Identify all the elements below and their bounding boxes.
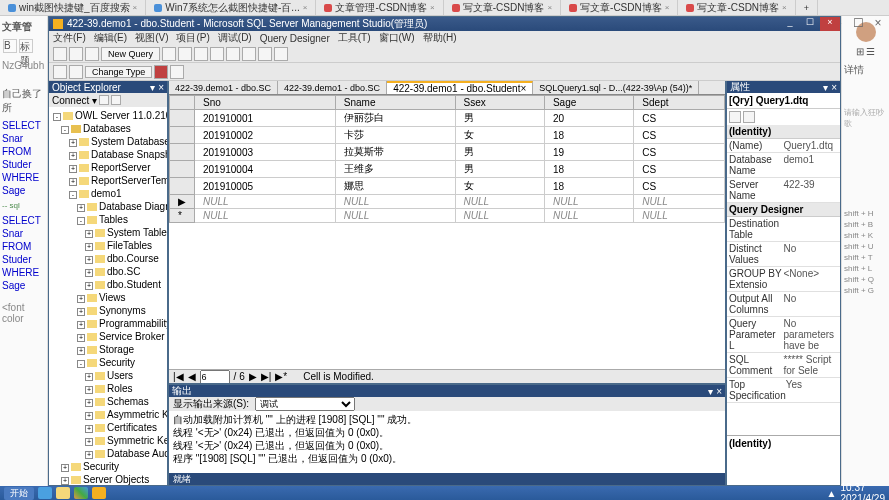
sql-icon[interactable] (53, 65, 67, 79)
prop-row[interactable]: SQL Comment***** Script for Sele (727, 353, 840, 378)
system-tray[interactable]: ▲ 10:372021/4/29 (827, 482, 885, 500)
nav-last-icon[interactable]: ▶| (261, 371, 272, 382)
taskbar-ie-icon[interactable] (38, 487, 52, 499)
grid-cell[interactable]: 201910004 (195, 161, 336, 178)
paste-icon[interactable] (242, 47, 256, 61)
verify-icon[interactable] (170, 65, 184, 79)
maximize-button[interactable]: ☐ (800, 17, 820, 31)
grid-cell[interactable]: NULL (634, 209, 725, 223)
tree-node-demo1[interactable]: -demo1 (51, 187, 165, 200)
tree-node[interactable]: +Storage (51, 343, 165, 356)
close-button[interactable]: × (820, 17, 840, 31)
grid-cell[interactable]: CS (634, 178, 725, 195)
prop-row[interactable]: Server Name422-39 (727, 178, 840, 203)
grid-cell[interactable]: 201910002 (195, 127, 336, 144)
menu-help[interactable]: 帮助(H) (423, 31, 457, 45)
grid-cell[interactable]: CS (634, 110, 725, 127)
close-icon[interactable]: × (782, 3, 787, 12)
tree-node[interactable]: +Database Diagrams (51, 200, 165, 213)
tree-node[interactable]: +ReportServer (51, 161, 165, 174)
prop-row[interactable]: GROUP BY Extensio<None> (727, 267, 840, 292)
browser-tab[interactable]: 文章管理-CSDN博客× (316, 0, 443, 15)
heading-button[interactable]: 标题 (19, 39, 33, 53)
document-tab[interactable]: SQLQuery1.sql - D...(422-39\Ap (54))* (533, 81, 699, 94)
grid-cell[interactable]: 娜思 (335, 178, 455, 195)
grid-cell[interactable]: 18 (544, 127, 633, 144)
tree-node[interactable]: +Service Broker (51, 330, 165, 343)
connect-button[interactable]: Connect ▾ (52, 95, 97, 106)
grid-cell[interactable]: 男 (455, 110, 544, 127)
grid-cell[interactable]: 王维多 (335, 161, 455, 178)
toolbar-icon[interactable] (194, 47, 208, 61)
list-icon[interactable]: ☰ (866, 46, 875, 57)
close-icon[interactable]: × (303, 3, 308, 12)
tree-node[interactable]: +System Tables (51, 226, 165, 239)
bold-button[interactable]: B (3, 39, 17, 53)
grid-cell[interactable]: 伊丽莎白 (335, 110, 455, 127)
document-tab[interactable]: 422-39.demo1 - dbo.SC (169, 81, 278, 94)
document-tab-active[interactable]: 422-39.demo1 - dbo.Student × (387, 81, 533, 94)
prop-category[interactable]: (Identity) (727, 125, 840, 139)
grid-cell[interactable]: NULL (544, 209, 633, 223)
new-project-icon[interactable] (53, 47, 67, 61)
open-icon[interactable] (69, 47, 83, 61)
grid-cell[interactable]: NULL (195, 209, 336, 223)
grid-cell[interactable]: 20 (544, 110, 633, 127)
grid-cell[interactable]: NULL (455, 195, 544, 209)
tree-node[interactable]: +System Databases (51, 135, 165, 148)
column-header[interactable]: Sname (335, 96, 455, 110)
tree-node[interactable]: +Schemas (51, 395, 165, 408)
toolbar-icon[interactable] (162, 47, 176, 61)
prop-row[interactable]: Distinct ValuesNo (727, 242, 840, 267)
tree-node[interactable]: +Certificates (51, 421, 165, 434)
menu-tools[interactable]: 工具(T) (338, 31, 371, 45)
undo-icon[interactable] (258, 47, 272, 61)
tree-table[interactable]: +dbo.Course (51, 252, 165, 265)
refresh-icon[interactable] (99, 95, 109, 105)
new-query-button[interactable]: New Query (101, 47, 160, 61)
taskbar-explorer-icon[interactable] (56, 487, 70, 499)
prop-row[interactable]: Query Parameter LNo parameters have be (727, 317, 840, 353)
close-icon[interactable]: × (871, 16, 885, 30)
save-icon[interactable] (85, 47, 99, 61)
tree-security[interactable]: -Security (51, 356, 165, 369)
grid-cell[interactable]: NULL (455, 209, 544, 223)
tree-node[interactable]: +Users (51, 369, 165, 382)
tree-node[interactable]: +Database Audit Specifi (51, 447, 165, 460)
filter-icon[interactable] (111, 95, 121, 105)
prop-row[interactable]: Top SpecificationYes (727, 378, 840, 403)
menu-querydesigner[interactable]: Query Designer (260, 33, 330, 44)
tree-server[interactable]: -OWL Server 11.0.2100 - 422-39\Ad (51, 109, 165, 122)
copy-icon[interactable] (226, 47, 240, 61)
grid-cell[interactable]: 18 (544, 178, 633, 195)
table-row[interactable]: 201910004王维多男18CS (170, 161, 725, 178)
menu-project[interactable]: 项目(P) (176, 31, 209, 45)
tree-table[interactable]: +dbo.SC (51, 265, 165, 278)
props-object[interactable]: [Qry] Query1.dtq (729, 95, 808, 106)
close-icon[interactable]: ▾ × (823, 82, 837, 93)
menu-window[interactable]: 窗口(W) (379, 31, 415, 45)
column-header[interactable]: Sno (195, 96, 336, 110)
grid-cell[interactable]: 201910001 (195, 110, 336, 127)
maximize-icon[interactable]: ☐ (851, 16, 865, 30)
tree-node[interactable]: +Server Objects (51, 473, 165, 485)
tree-node[interactable]: +Asymmetric Keys (51, 408, 165, 421)
tree-node[interactable]: +Programmability (51, 317, 165, 330)
grid-cell[interactable]: 男 (455, 161, 544, 178)
tree-node[interactable]: +ReportServerTempDB (51, 174, 165, 187)
browser-tab[interactable]: 写文章-CSDN博客× (444, 0, 561, 15)
grid-cell[interactable]: CS (634, 161, 725, 178)
execute-icon[interactable] (154, 65, 168, 79)
tray-clock[interactable]: 10:372021/4/29 (841, 482, 886, 500)
minimize-button[interactable]: _ (780, 17, 800, 31)
prop-row[interactable]: Destination Table (727, 217, 840, 242)
tree-table-student[interactable]: +dbo.Student (51, 278, 165, 291)
prop-row[interactable]: Database Namedemo1 (727, 153, 840, 178)
cut-icon[interactable] (210, 47, 224, 61)
grid-cell[interactable]: CS (634, 144, 725, 161)
table-row[interactable]: 201910003拉莫斯带男19CS (170, 144, 725, 161)
grid-cell[interactable]: 18 (544, 161, 633, 178)
close-icon[interactable]: × (133, 3, 138, 12)
close-icon[interactable]: × (520, 83, 526, 94)
close-icon[interactable]: ▾ × (708, 386, 722, 397)
